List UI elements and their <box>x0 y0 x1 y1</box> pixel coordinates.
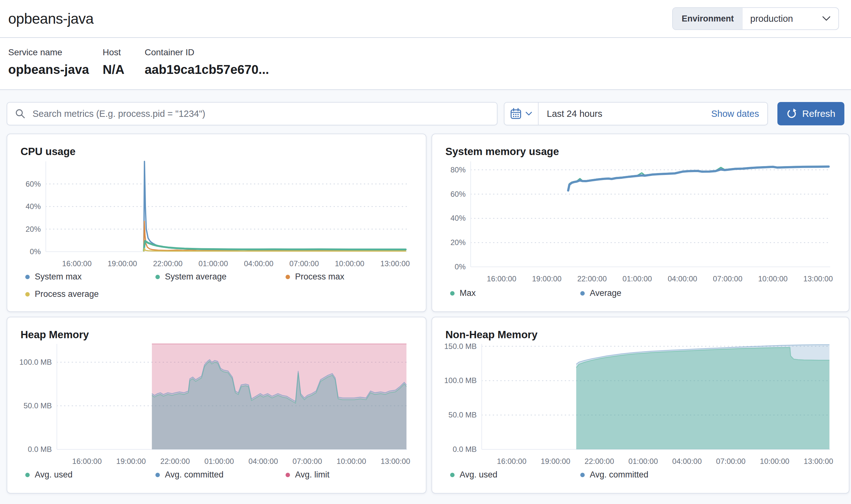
refresh-button[interactable]: Refresh <box>777 102 844 125</box>
legend-label: Avg. limit <box>295 470 330 480</box>
svg-text:16:00:00: 16:00:00 <box>62 259 92 268</box>
svg-text:22:00:00: 22:00:00 <box>585 457 614 466</box>
svg-text:01:00:00: 01:00:00 <box>198 259 228 268</box>
svg-text:50.0 MB: 50.0 MB <box>448 411 477 419</box>
cpu-usage-title: CPU usage <box>20 146 416 158</box>
show-dates-link[interactable]: Show dates <box>703 109 767 119</box>
legend-label: Avg. used <box>35 470 73 480</box>
svg-text:13:00:00: 13:00:00 <box>803 274 833 283</box>
date-picker: Last 24 hours Show dates <box>504 102 768 125</box>
svg-text:10:00:00: 10:00:00 <box>760 457 790 466</box>
legend-item[interactable]: Process average <box>25 289 155 299</box>
legend-item[interactable]: Avg. limit <box>286 470 416 480</box>
svg-text:0%: 0% <box>455 263 466 271</box>
calendar-menu-button[interactable] <box>504 103 538 125</box>
legend-dot <box>286 275 290 279</box>
environment-label: Environment <box>673 8 743 29</box>
service-name-label: Service name <box>8 47 103 57</box>
search-input[interactable] <box>32 108 494 119</box>
svg-text:19:00:00: 19:00:00 <box>116 457 146 466</box>
legend-dot <box>450 473 455 477</box>
refresh-label: Refresh <box>802 108 835 119</box>
page-title: opbeans-java <box>8 10 93 27</box>
legend-item[interactable]: System average <box>155 272 286 282</box>
svg-text:60%: 60% <box>450 190 466 198</box>
svg-text:50.0 MB: 50.0 MB <box>24 401 52 410</box>
legend-dot <box>25 275 30 279</box>
calendar-icon <box>510 108 521 120</box>
legend-label: Average <box>590 288 621 298</box>
svg-text:13:00:00: 13:00:00 <box>380 259 410 268</box>
svg-text:19:00:00: 19:00:00 <box>532 274 561 283</box>
legend-label: Avg. committed <box>590 470 649 480</box>
legend-label: Max <box>460 288 476 298</box>
legend-item[interactable]: System max <box>25 272 155 282</box>
search-icon <box>15 108 25 119</box>
host-value: N/A <box>103 62 145 77</box>
non-heap-memory-legend: Avg. usedAvg. committed <box>450 470 839 490</box>
svg-text:01:00:00: 01:00:00 <box>623 274 652 283</box>
svg-text:07:00:00: 07:00:00 <box>713 274 742 283</box>
legend-item[interactable]: Avg. committed <box>155 470 286 480</box>
svg-text:40%: 40% <box>450 214 466 222</box>
environment-select[interactable]: Environment production <box>672 7 839 30</box>
svg-text:20%: 20% <box>450 238 466 247</box>
search-box[interactable] <box>7 102 498 125</box>
legend-item[interactable]: Max <box>450 288 580 298</box>
environment-value[interactable]: production <box>743 8 838 29</box>
legend-item[interactable]: Average <box>580 288 710 298</box>
legend-dot <box>580 291 585 295</box>
svg-text:0.0 MB: 0.0 MB <box>28 445 52 453</box>
svg-text:16:00:00: 16:00:00 <box>487 274 516 283</box>
system-memory-card: System memory usage 0%20%40%60%80%16:00:… <box>431 133 849 312</box>
metrics-toolbar: Last 24 hours Show dates Refresh <box>7 102 844 125</box>
heap-memory-plot: 0.0 MB50.0 MB100.0 MB16:00:0019:00:0022:… <box>17 342 415 468</box>
heap-memory-chart: 0.0 MB50.0 MB100.0 MB16:00:0019:00:0022:… <box>17 342 416 470</box>
environment-selected-option: production <box>750 14 793 24</box>
svg-text:0.0 MB: 0.0 MB <box>453 445 477 453</box>
svg-text:13:00:00: 13:00:00 <box>380 457 410 466</box>
container-id-block: Container ID aab19ca1cb57e670... <box>145 47 843 77</box>
chevron-down-icon <box>525 111 532 116</box>
svg-text:04:00:00: 04:00:00 <box>672 457 702 466</box>
svg-text:01:00:00: 01:00:00 <box>628 457 658 466</box>
legend-dot <box>25 292 30 296</box>
svg-text:19:00:00: 19:00:00 <box>108 259 137 268</box>
legend-label: Avg. committed <box>165 470 224 480</box>
svg-text:07:00:00: 07:00:00 <box>716 457 745 466</box>
legend-dot <box>450 291 455 295</box>
refresh-icon <box>786 108 797 119</box>
non-heap-memory-chart: 0.0 MB50.0 MB100.0 MB150.0 MB16:00:0019:… <box>442 342 839 470</box>
non-heap-memory-card: Non-Heap Memory 0.0 MB50.0 MB100.0 MB150… <box>431 317 849 493</box>
legend-dot <box>580 473 585 477</box>
svg-text:19:00:00: 19:00:00 <box>541 457 570 466</box>
legend-label: Process max <box>295 272 344 282</box>
legend-dot <box>155 473 160 477</box>
legend-item[interactable]: Avg. committed <box>580 470 710 480</box>
legend-label: System average <box>165 272 227 282</box>
svg-text:60%: 60% <box>25 180 41 188</box>
legend-dot <box>25 473 30 477</box>
charts-grid: CPU usage 0%20%40%60%16:00:0019:00:0022:… <box>7 133 844 493</box>
svg-text:40%: 40% <box>25 202 41 211</box>
legend-item[interactable]: Avg. used <box>25 470 155 480</box>
svg-text:20%: 20% <box>25 225 41 233</box>
service-info-bar: Service name opbeans-java Host N/A Conta… <box>0 38 851 90</box>
svg-text:04:00:00: 04:00:00 <box>668 274 697 283</box>
time-range-value[interactable]: Last 24 hours <box>538 109 703 119</box>
svg-text:22:00:00: 22:00:00 <box>153 259 182 268</box>
system-memory-chart: 0%20%40%60%80%16:00:0019:00:0022:00:0001… <box>442 159 839 287</box>
svg-text:80%: 80% <box>450 165 466 174</box>
svg-text:10:00:00: 10:00:00 <box>335 259 364 268</box>
svg-text:150.0 MB: 150.0 MB <box>444 342 477 350</box>
legend-label: Process average <box>35 289 99 299</box>
legend-label: System max <box>35 272 82 282</box>
container-id-label: Container ID <box>145 47 843 57</box>
svg-text:07:00:00: 07:00:00 <box>292 457 322 466</box>
svg-text:16:00:00: 16:00:00 <box>72 457 102 466</box>
legend-item[interactable]: Process max <box>286 272 416 282</box>
heap-memory-card: Heap Memory 0.0 MB50.0 MB100.0 MB16:00:0… <box>7 317 426 493</box>
legend-item[interactable]: Avg. used <box>450 470 580 480</box>
svg-text:0%: 0% <box>30 247 41 256</box>
container-id-value: aab19ca1cb57e670... <box>145 62 843 77</box>
